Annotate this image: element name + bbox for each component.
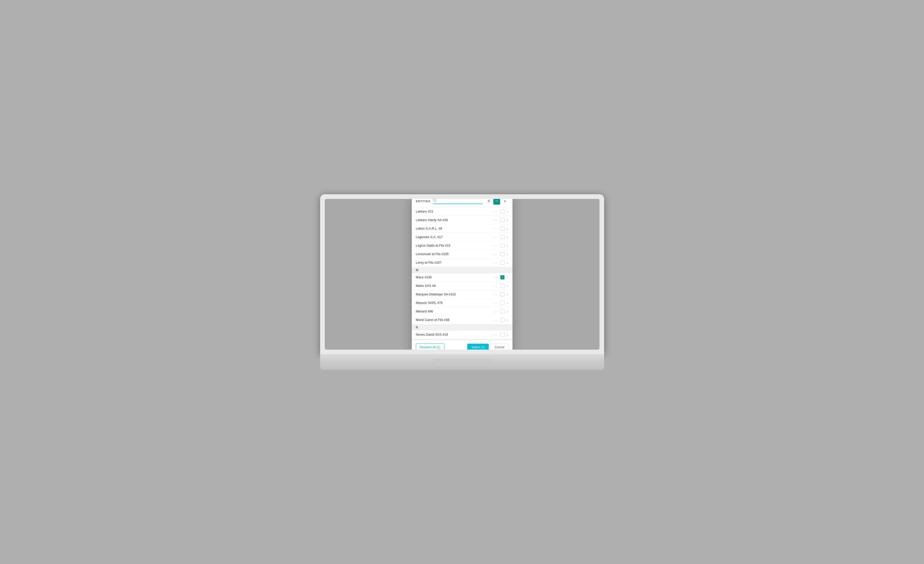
entity-options-icon[interactable]: ··· <box>493 284 498 288</box>
entity-expand-icon[interactable]: ∧ <box>507 244 508 247</box>
entity-name: Mace #100 <box>416 275 490 279</box>
table-row: Morel Caron et Fils #48···∧ <box>412 316 513 324</box>
entity-options-icon[interactable]: ··· <box>493 292 498 296</box>
entity-expand-icon[interactable]: ∧ <box>507 227 508 230</box>
filter-icon-button[interactable] <box>485 199 492 205</box>
search-wrapper <box>433 199 482 204</box>
laptop-bezel: ENTITIES <box>320 194 604 354</box>
entity-options-icon[interactable]: ··· <box>493 235 498 239</box>
table-row: Mahe SAS #9···∧ <box>412 282 513 290</box>
cancel-button[interactable]: Cancel <box>491 343 508 350</box>
entity-name: Morel Caron et Fils #48 <box>416 318 490 322</box>
entity-expand-icon[interactable]: ∧ <box>507 302 508 304</box>
entity-checkbox[interactable] <box>500 284 504 288</box>
entity-checkbox[interactable] <box>500 275 504 280</box>
entity-options-icon[interactable]: ··· <box>493 226 498 230</box>
entity-name: Legros Diallo et Fils #15 <box>416 244 490 247</box>
svg-point-0 <box>434 199 436 201</box>
entity-expand-icon[interactable]: ∧ <box>507 319 508 322</box>
table-row: Leroy et Fils #107···∧ <box>412 259 513 267</box>
table-row: Neveu David SAS #19···∧ <box>412 331 513 339</box>
entity-name: Neveu David SAS #19 <box>416 333 490 337</box>
entity-options-icon[interactable]: ··· <box>493 209 498 214</box>
laptop-wrapper: ENTITIES <box>320 194 604 370</box>
entity-expand-icon[interactable]: ∧ <box>507 293 508 296</box>
deselect-all-button[interactable]: Deselect all (1) <box>416 343 444 350</box>
entity-selection-modal: ENTITIES <box>412 199 513 350</box>
entity-name: Leroy et Fils #107 <box>416 261 490 265</box>
entity-checkbox[interactable] <box>500 309 504 313</box>
entity-checkbox[interactable] <box>500 244 504 248</box>
table-row: Menard #86···∧ <box>412 307 513 316</box>
entity-expand-icon[interactable]: ∧ <box>507 310 508 313</box>
entity-options-icon[interactable]: ··· <box>493 301 498 305</box>
entity-checkbox[interactable] <box>500 235 504 239</box>
entity-options-icon[interactable]: ··· <box>493 252 498 256</box>
table-row: Legendre S.A. #17···∧ <box>412 233 513 241</box>
entity-checkbox[interactable] <box>500 260 504 265</box>
entity-options-icon[interactable]: ··· <box>493 318 498 322</box>
entity-checkbox[interactable] <box>500 292 504 296</box>
entity-expand-icon[interactable]: ∧ <box>507 284 508 287</box>
entity-options-icon[interactable]: ··· <box>493 218 498 222</box>
entity-expand-icon[interactable]: ∧ <box>507 276 508 279</box>
entity-list: Leblanc #21···∧Leblanc Hardy SA #26···∧L… <box>412 208 513 340</box>
table-row: Legros Diallo et Fils #15···∧ <box>412 241 513 250</box>
entity-options-icon[interactable]: ··· <box>493 275 498 280</box>
filter-icon <box>487 199 490 203</box>
table-row: Marques Delahaye SA #102···∧ <box>412 290 513 299</box>
entity-checkbox[interactable] <box>500 332 504 337</box>
entity-options-icon[interactable]: ··· <box>493 244 498 248</box>
laptop-trackpad <box>434 359 490 367</box>
svg-line-1 <box>435 201 436 202</box>
laptop-screen: ENTITIES <box>325 199 600 350</box>
entity-options-icon[interactable]: ··· <box>493 332 498 337</box>
minus-icon-button[interactable] <box>494 199 500 205</box>
entity-checkbox[interactable] <box>500 301 504 305</box>
entity-checkbox[interactable] <box>500 218 504 222</box>
entity-expand-icon[interactable]: ∧ <box>507 334 508 336</box>
entity-name: Leblanc #21 <box>416 210 490 213</box>
expand-icon-button[interactable] <box>502 199 508 205</box>
entity-expand-icon[interactable]: ∧ <box>507 261 508 264</box>
entity-name: Marques Delahaye SA #102 <box>416 293 490 296</box>
entity-checkbox[interactable] <box>500 318 504 322</box>
entity-name: Lemonnier et Fils #105 <box>416 252 490 256</box>
table-row: Lebon S.A.R.L. #8···∧ <box>412 224 513 233</box>
select-button[interactable]: Select (1) <box>467 344 489 350</box>
header-actions <box>485 199 508 205</box>
table-row: Masson SARL #78···∧ <box>412 299 513 307</box>
search-input[interactable] <box>438 199 482 203</box>
entity-name: Leblanc Hardy SA #26 <box>416 218 490 222</box>
entity-checkbox[interactable] <box>500 226 504 230</box>
table-row: Leblanc #21···∧ <box>412 208 513 216</box>
entity-options-icon[interactable]: ··· <box>493 309 498 313</box>
entity-name: Lebon S.A.R.L. #8 <box>416 227 490 230</box>
table-row: Lemonnier et Fils #105···∧ <box>412 250 513 259</box>
modal-footer: Deselect all (1) Select (1) Cancel <box>412 340 513 350</box>
laptop-base <box>320 354 604 370</box>
entity-options-icon[interactable]: ··· <box>493 260 498 265</box>
entity-checkbox[interactable] <box>500 209 504 214</box>
chevron-down-double-icon <box>503 199 507 203</box>
entity-name: Masson SARL #78 <box>416 301 490 305</box>
entity-checkbox[interactable] <box>500 252 504 256</box>
table-row: Mace #100···∧ <box>412 273 513 282</box>
entity-expand-icon[interactable]: ∧ <box>507 253 508 256</box>
entity-name: Legendre S.A. #17 <box>416 235 490 239</box>
entity-name: Mahe SAS #9 <box>416 284 490 288</box>
section-header: M <box>412 267 513 273</box>
entity-name: Menard #86 <box>416 310 490 313</box>
modal-title: ENTITIES <box>416 200 430 203</box>
entity-expand-icon[interactable]: ∧ <box>507 219 508 221</box>
minus-icon <box>495 199 498 203</box>
search-icon <box>433 199 436 203</box>
modal-header: ENTITIES <box>412 199 513 208</box>
entity-expand-icon[interactable]: ∧ <box>507 236 508 239</box>
section-header: N <box>412 324 513 331</box>
table-row: Leblanc Hardy SA #26···∧ <box>412 216 513 224</box>
entity-expand-icon[interactable]: ∧ <box>507 210 508 213</box>
